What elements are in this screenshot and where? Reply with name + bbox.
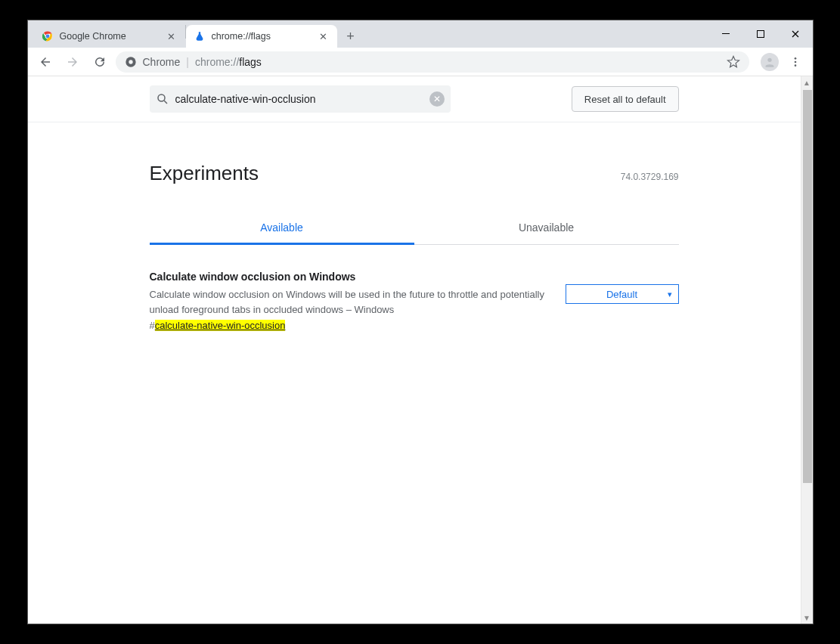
reload-button[interactable] xyxy=(88,51,111,73)
search-icon xyxy=(156,92,169,106)
scroll-down-icon[interactable]: ▼ xyxy=(801,611,813,624)
clear-search-icon[interactable]: ✕ xyxy=(429,91,445,107)
chrome-favicon xyxy=(42,30,54,42)
titlebar: Google Chrome ✕ chrome://flags ✕ + xyxy=(28,20,813,48)
svg-point-7 xyxy=(794,57,796,60)
toolbar: Chrome | chrome://flags xyxy=(28,48,813,76)
flags-search-box[interactable]: ✕ xyxy=(150,85,451,113)
vertical-scrollbar[interactable]: ▲ ▼ xyxy=(801,76,813,624)
page-title: Experiments xyxy=(150,162,259,185)
svg-point-9 xyxy=(794,64,796,67)
back-button[interactable] xyxy=(34,51,57,73)
tab-available[interactable]: Available xyxy=(150,212,414,245)
window-minimize-button[interactable] xyxy=(708,23,743,45)
svg-point-10 xyxy=(158,94,165,101)
flag-title: Calculate window occlusion on Windows xyxy=(150,271,550,283)
omnibox-url: chrome://flags xyxy=(195,56,262,68)
kebab-menu-icon[interactable] xyxy=(784,51,807,73)
new-tab-button[interactable]: + xyxy=(340,26,361,47)
tab-label: Google Chrome xyxy=(60,31,160,42)
window-controls xyxy=(708,20,813,48)
svg-rect-3 xyxy=(757,31,764,38)
profile-avatar[interactable] xyxy=(758,51,781,73)
flags-header: ✕ Reset all to default xyxy=(28,76,801,122)
flag-anchor[interactable]: #calculate-native-win-occlusion xyxy=(150,320,550,331)
omnibox-url-scheme: chrome:// xyxy=(195,56,239,68)
chrome-version: 74.0.3729.169 xyxy=(621,172,679,182)
browser-window: Google Chrome ✕ chrome://flags ✕ + xyxy=(27,20,814,624)
omnibox-separator: | xyxy=(186,56,189,68)
flag-select-value: Default xyxy=(606,289,637,300)
svg-rect-2 xyxy=(722,33,730,34)
viewport: ✕ Reset all to default Experiments 74.0.… xyxy=(28,76,813,624)
flag-anchor-hash: # xyxy=(150,320,155,331)
svg-point-6 xyxy=(767,57,771,61)
omnibox-chip: Chrome xyxy=(143,56,181,68)
flag-item: Calculate window occlusion on Windows Ca… xyxy=(150,271,679,331)
scroll-thumb[interactable] xyxy=(803,90,812,483)
close-tab-icon[interactable]: ✕ xyxy=(166,30,178,42)
flag-description: Calculate window occlusion on Windows wi… xyxy=(150,287,550,317)
omnibox[interactable]: Chrome | chrome://flags xyxy=(116,51,749,73)
omnibox-url-path: flags xyxy=(239,56,262,68)
scroll-up-icon[interactable]: ▲ xyxy=(801,76,813,88)
tab-google-chrome[interactable]: Google Chrome ✕ xyxy=(34,25,185,48)
tab-chrome-flags[interactable]: chrome://flags ✕ xyxy=(186,25,337,48)
forward-button[interactable] xyxy=(61,51,84,73)
tab-strip: Google Chrome ✕ chrome://flags ✕ + xyxy=(28,20,361,48)
flag-select[interactable]: Default xyxy=(566,284,679,304)
svg-point-8 xyxy=(794,60,796,63)
reset-all-button[interactable]: Reset all to default xyxy=(572,86,679,112)
flask-favicon xyxy=(194,30,206,42)
tab-label: chrome://flags xyxy=(212,31,312,42)
star-icon[interactable] xyxy=(727,55,740,69)
window-close-button[interactable] xyxy=(778,23,813,45)
page-content: ✕ Reset all to default Experiments 74.0.… xyxy=(28,76,801,624)
svg-point-1 xyxy=(45,35,49,39)
flags-search-input[interactable] xyxy=(175,93,423,105)
flag-anchor-id: calculate-native-win-occlusion xyxy=(155,320,286,331)
flags-tabs: Available Unavailable xyxy=(150,212,679,245)
close-tab-icon[interactable]: ✕ xyxy=(318,30,330,42)
svg-point-5 xyxy=(129,60,132,63)
window-maximize-button[interactable] xyxy=(743,23,778,45)
chrome-security-icon xyxy=(125,56,137,68)
tab-unavailable[interactable]: Unavailable xyxy=(414,212,679,244)
